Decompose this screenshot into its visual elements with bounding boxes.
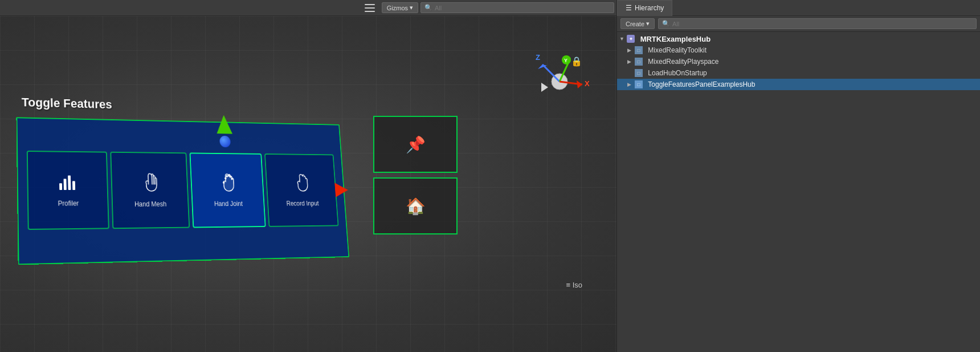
expand-triangle-2: ▶ [627,59,633,64]
svg-text:X: X [585,79,590,88]
gizmos-label: Gizmos [387,5,408,11]
hierarchy-tab-icon: ☰ [626,4,632,12]
cube-icon-4: □ [635,80,643,88]
side-panel: 📌 🏠 [373,116,458,234]
hierarchy-content: ▼ ✦ MRTKExamplesHub ▶ □ MixedRealityTool… [617,32,980,352]
hierarchy-item-mixed-reality-toolkit-label: MixedRealityToolkit [648,46,707,54]
hierarchy-tab-label: Hierarchy [635,4,664,12]
create-dropdown-icon: ▾ [646,20,650,27]
svg-rect-0 [59,183,62,190]
gizmo-widget: Z Y X [525,47,594,116]
cube-icon-3: □ [635,69,643,77]
hierarchy-tab[interactable]: ☰ Hierarchy [617,0,672,16]
profiler-icon [58,173,78,193]
profiler-label: Profiler [58,199,79,207]
scene-view: Gizmos ▾ 🔍 Toggle Features [0,0,616,352]
record-input-button[interactable]: Record Input [264,153,338,227]
cube-icon-1: □ [635,46,643,54]
hand-mesh-icon [141,172,159,195]
hierarchy-item-root[interactable]: ▼ ✦ MRTKExamplesHub [617,33,980,44]
hierarchy-item-mixed-reality-playspace[interactable]: ▶ □ MixedRealityPlayspace [617,56,980,67]
hierarchy-toolbar: Create ▾ 🔍 [617,16,980,32]
unity-icon-root: ✦ [627,35,635,43]
svg-rect-2 [68,175,71,189]
hierarchy-item-mixed-reality-toolkit[interactable]: ▶ □ MixedRealityToolkit [617,44,980,56]
hierarchy-search-icon: 🔍 [662,20,670,27]
panel-outer: Toggle Features Profiler [16,117,349,265]
hierarchy-search-box[interactable]: 🔍 [658,18,977,29]
buttons-row: Profiler Hand [17,118,348,264]
hierarchy-item-mixed-reality-playspace-label: MixedRealityPlayspace [648,58,718,66]
home-icon: 🏠 [406,197,426,216]
profiler-button[interactable]: Profiler [27,151,109,230]
home-button[interactable]: 🏠 [373,177,458,234]
hand-joint-icon [219,173,236,195]
iso-label: ≡ Iso [566,281,582,289]
hand-joint-label: Hand Joint [214,200,243,207]
hierarchy-item-load-hub[interactable]: ▶ □ LoadHubOnStartup [617,67,980,79]
svg-rect-3 [72,181,75,190]
record-input-icon [293,173,310,194]
hierarchy-header: ☰ Hierarchy [617,0,980,16]
red-arrow [334,183,348,197]
svg-line-5 [152,176,152,184]
toggle-features-panel: Toggle Features Profiler [16,117,349,265]
svg-rect-1 [63,179,66,190]
pin-button[interactable]: 📌 [373,116,458,173]
expand-triangle-4: ▶ [627,82,633,87]
hierarchy-item-load-hub-label: LoadHubOnStartup [648,69,707,77]
hierarchy-item-toggle-features[interactable]: ▶ □ ToggleFeaturesPanelExamplesHub [617,79,980,90]
pin-icon: 📌 [406,135,426,154]
hand-joint-button[interactable]: Hand Joint [189,152,266,228]
record-input-label: Record Input [286,200,319,207]
create-label: Create [626,21,644,27]
create-button[interactable]: Create ▾ [620,18,655,29]
lock-icon[interactable]: 🔒 [571,56,582,67]
hierarchy-panel: ☰ Hierarchy Create ▾ 🔍 ▼ ✦ MRTKExamplesH… [616,0,980,352]
menu-icon[interactable] [365,4,375,12]
toggle-features-title: Toggle Features [22,95,112,112]
expand-triangle-root: ▼ [619,36,625,42]
scene-search-box[interactable]: 🔍 [420,2,614,13]
svg-marker-25 [541,83,548,92]
hierarchy-item-toggle-features-label: ToggleFeaturesPanelExamplesHub [648,80,755,88]
cone-sphere [216,115,233,147]
scene-search-input[interactable] [435,5,610,11]
svg-marker-23 [577,80,582,88]
hand-mesh-button[interactable]: Hand Mesh [110,152,190,229]
gizmos-button[interactable]: Gizmos ▾ [382,2,418,13]
svg-text:Y: Y [564,58,567,63]
cube-icon-2: □ [635,58,643,66]
hierarchy-item-root-label: MRTKExamplesHub [640,35,711,43]
blue-sphere [219,136,231,147]
svg-text:Z: Z [536,53,540,62]
iso-text: ≡ Iso [566,281,582,289]
search-icon: 🔍 [424,4,432,11]
scene-toolbar: Gizmos ▾ 🔍 [0,0,616,16]
svg-line-15 [542,64,560,82]
hierarchy-search-input[interactable] [672,21,973,27]
scene-canvas: Toggle Features Profiler [0,16,616,352]
expand-triangle-1: ▶ [627,47,633,53]
gizmos-dropdown-icon: ▾ [410,4,413,11]
hand-mesh-label: Hand Mesh [134,200,167,208]
green-cone [216,115,232,133]
svg-line-6 [153,176,154,184]
